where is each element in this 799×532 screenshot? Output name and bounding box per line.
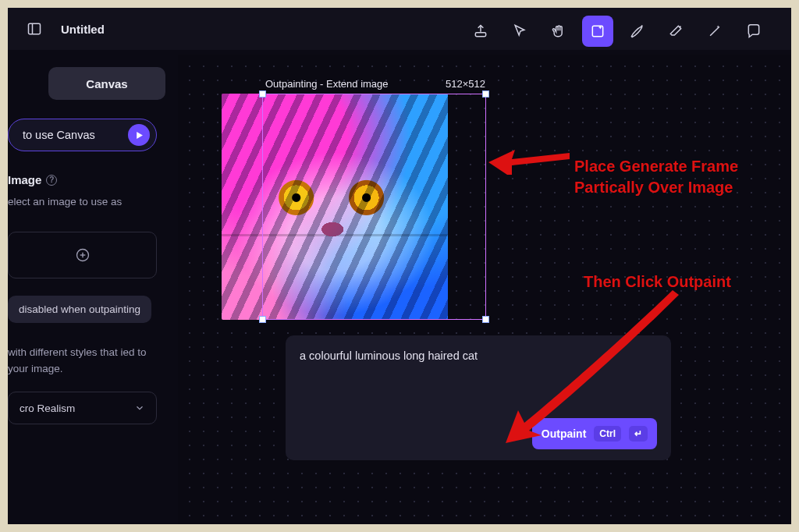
export-icon[interactable] bbox=[465, 16, 496, 47]
annotation-arrow-2 bbox=[506, 289, 685, 445]
generate-frame[interactable] bbox=[262, 94, 486, 320]
eraser-icon[interactable] bbox=[660, 16, 691, 47]
styles-description: with different styles that ied to your i… bbox=[8, 345, 157, 378]
app-window: Untitled Canvas to use Canvas Image ? el… bbox=[8, 8, 791, 524]
annotation-text-1: Place Generate Frame Partically Over Ima… bbox=[574, 156, 738, 198]
top-toolbar bbox=[465, 16, 769, 47]
section-image-sub: elect an image to use as bbox=[8, 194, 157, 210]
play-icon bbox=[128, 124, 150, 146]
info-icon[interactable]: ? bbox=[46, 175, 57, 186]
disabled-chip: disabled when outpainting bbox=[8, 296, 151, 323]
wand-icon[interactable] bbox=[699, 16, 730, 47]
brush-icon[interactable] bbox=[621, 16, 652, 47]
frame-labels: Outpainting - Extend image 512×512 bbox=[262, 78, 488, 90]
svg-rect-0 bbox=[29, 23, 41, 34]
frame-dimensions: 512×512 bbox=[446, 78, 485, 90]
generate-frame-icon[interactable] bbox=[582, 16, 613, 47]
chevron-down-icon bbox=[134, 403, 145, 413]
resize-handle-bl[interactable] bbox=[259, 316, 266, 323]
resize-handle-br[interactable] bbox=[482, 316, 489, 323]
style-select[interactable]: cro Realism bbox=[8, 392, 157, 424]
svg-rect-2 bbox=[475, 33, 485, 37]
annotation-arrow-1 bbox=[488, 139, 570, 175]
svg-point-5 bbox=[680, 26, 681, 27]
svg-point-4 bbox=[641, 25, 643, 27]
tab-canvas[interactable]: Canvas bbox=[48, 67, 165, 100]
resize-handle-tr[interactable] bbox=[482, 90, 489, 98]
how-to-label: to use Canvas bbox=[23, 129, 95, 141]
style-select-value: cro Realism bbox=[20, 403, 75, 414]
how-to-use-button[interactable]: to use Canvas bbox=[8, 119, 157, 151]
add-image-button[interactable] bbox=[8, 232, 157, 278]
sidebar: Canvas to use Canvas Image ? elect an im… bbox=[8, 62, 168, 424]
frame-title: Outpainting - Extend image bbox=[265, 78, 389, 90]
cursor-icon[interactable] bbox=[504, 16, 535, 47]
resize-handle-tl[interactable] bbox=[259, 90, 266, 98]
panel-toggle-icon[interactable] bbox=[19, 13, 50, 44]
canvas-area[interactable]: Outpainting - Extend image 512×512 a col… bbox=[178, 55, 791, 524]
annotation-text-2: Then Click Outpaint bbox=[584, 271, 731, 293]
document-title[interactable]: Untitled bbox=[61, 23, 105, 36]
section-image-heading: Image ? bbox=[8, 173, 157, 186]
hand-icon[interactable] bbox=[543, 16, 574, 47]
comment-icon[interactable] bbox=[738, 16, 769, 47]
